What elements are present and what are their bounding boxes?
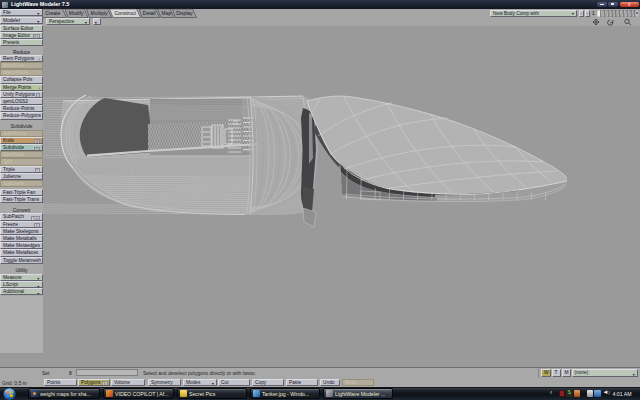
svg-text:Multiply: Multiply: [91, 10, 108, 16]
svg-text:Construct: Construct: [115, 10, 137, 16]
svg-text:Detail: Detail: [143, 10, 156, 16]
svg-text:Create: Create: [45, 10, 60, 16]
svg-text:Map: Map: [162, 10, 172, 16]
svg-text:Modify: Modify: [69, 10, 84, 16]
svg-text:Display: Display: [176, 10, 193, 16]
